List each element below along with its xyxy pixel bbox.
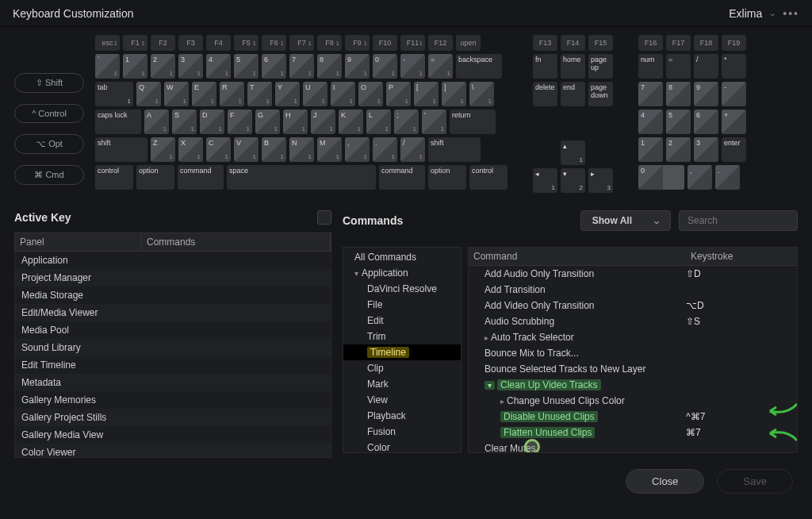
tree-node[interactable]: Mark xyxy=(343,376,461,392)
key[interactable]: tab1 xyxy=(95,82,133,106)
key[interactable]: option xyxy=(136,165,174,190)
key[interactable]: caps lock xyxy=(95,110,141,134)
key[interactable]: ▸3 xyxy=(588,168,613,193)
command-row[interactable]: Bounce Mix to Track... xyxy=(469,345,797,361)
key[interactable]: 2 xyxy=(666,137,691,162)
key[interactable]: / xyxy=(694,54,718,79)
tree-node[interactable]: Color xyxy=(343,440,461,453)
key[interactable]: home xyxy=(561,54,585,79)
key[interactable]: 4 xyxy=(638,110,663,134)
key[interactable]: F13 xyxy=(533,35,557,51)
key[interactable]: return xyxy=(450,110,496,134)
key[interactable]: 11 xyxy=(123,54,147,79)
key[interactable]: W1 xyxy=(164,82,189,106)
key[interactable]: Z1 xyxy=(151,137,175,162)
key[interactable]: 81 xyxy=(317,54,342,79)
key[interactable]: 91 xyxy=(345,54,370,79)
key[interactable]: ◂1 xyxy=(533,168,557,193)
key[interactable]: `1 xyxy=(95,54,120,79)
key[interactable]: , xyxy=(688,165,712,190)
chevron-down-icon[interactable]: ⌵ xyxy=(770,9,775,17)
key[interactable]: T1 xyxy=(247,82,272,106)
tree-node[interactable]: File xyxy=(343,297,461,313)
key[interactable]: F19 xyxy=(722,35,746,51)
key[interactable]: 21 xyxy=(151,54,175,79)
key[interactable]: fn xyxy=(533,54,557,79)
tree-node[interactable]: Edit xyxy=(343,313,461,329)
key[interactable]: F18 xyxy=(694,35,718,51)
key[interactable]: =1 xyxy=(428,54,453,79)
key[interactable]: M1 xyxy=(317,137,342,162)
key[interactable]: F2 xyxy=(151,35,175,51)
panel-row[interactable]: Gallery Media View xyxy=(15,426,331,444)
key[interactable]: 61 xyxy=(262,54,286,79)
panel-row[interactable]: Media Pool xyxy=(15,321,331,339)
key[interactable]: [1 xyxy=(414,82,439,106)
key[interactable]: 71 xyxy=(289,54,314,79)
key[interactable]: X1 xyxy=(178,137,203,162)
key[interactable]: F15 xyxy=(588,35,613,51)
key[interactable]: F81 xyxy=(317,35,342,51)
key[interactable]: O1 xyxy=(358,82,383,106)
command-row[interactable]: Add Video Only Transition⌥D xyxy=(469,298,797,313)
key[interactable]: R1 xyxy=(220,82,244,106)
key[interactable]: num xyxy=(638,54,663,79)
key[interactable]: delete xyxy=(533,82,557,106)
tree-node[interactable]: View xyxy=(343,392,461,408)
key[interactable]: V1 xyxy=(234,137,259,162)
search-input[interactable] xyxy=(679,210,798,231)
key[interactable]: P1 xyxy=(386,82,411,106)
key[interactable]: control xyxy=(469,165,508,190)
key[interactable]: ▴1 xyxy=(561,140,585,165)
key[interactable]: N1 xyxy=(289,137,314,162)
key[interactable]: F71 xyxy=(289,35,314,51)
key[interactable]: command xyxy=(379,165,425,190)
tree-node[interactable]: Timeline xyxy=(343,344,461,360)
key[interactable]: F1 xyxy=(228,110,252,134)
key[interactable]: \1 xyxy=(469,82,494,106)
tree-node[interactable]: Playback xyxy=(343,408,461,424)
key[interactable]: ,1 xyxy=(345,137,370,162)
key[interactable]: ▾2 xyxy=(561,168,585,193)
key[interactable]: 41 xyxy=(206,54,231,79)
modifier-button[interactable]: ⇧ Shift xyxy=(14,73,84,93)
key[interactable]: 3 xyxy=(694,137,718,162)
key[interactable]: J1 xyxy=(311,110,335,134)
key[interactable]: I1 xyxy=(331,82,355,106)
key[interactable]: S1 xyxy=(172,110,197,134)
tree-node[interactable]: Trim xyxy=(343,329,461,344)
key[interactable]: U1 xyxy=(303,82,327,106)
key[interactable]: F91 xyxy=(345,35,370,51)
key[interactable]: A1 xyxy=(144,110,169,134)
preset-dropdown[interactable]: Exlima xyxy=(729,7,762,20)
key[interactable]: control xyxy=(95,165,133,190)
command-row[interactable]: Clear Mutes xyxy=(469,440,797,453)
key[interactable]: command xyxy=(178,165,224,190)
key[interactable]: -1 xyxy=(400,54,425,79)
key[interactable]: 8 xyxy=(666,82,691,106)
key[interactable]: = xyxy=(666,54,691,79)
panel-row[interactable]: Gallery Project Stills xyxy=(15,409,331,426)
command-row[interactable]: Add Audio Only Transition⇧D xyxy=(469,266,797,282)
key[interactable]: Y1 xyxy=(275,82,300,106)
key[interactable]: Q1 xyxy=(136,82,161,106)
command-row[interactable]: ▾Clean Up Video Tracks xyxy=(469,377,797,393)
key[interactable]: backspace xyxy=(456,54,502,79)
command-row[interactable]: ▸Auto Track Selector xyxy=(469,329,797,345)
key[interactable]: option xyxy=(428,165,466,190)
command-row[interactable]: Disable Unused Clips^⌘7 xyxy=(469,409,797,425)
showall-dropdown[interactable]: Show All⌵ xyxy=(580,210,671,231)
key[interactable]: F51 xyxy=(234,35,259,51)
panel-row[interactable]: Project Manager xyxy=(15,269,331,286)
key[interactable]: F16 xyxy=(638,35,663,51)
key[interactable]: G1 xyxy=(255,110,280,134)
panel-row[interactable]: Metadata xyxy=(15,374,331,391)
tree-node[interactable]: ▾Application xyxy=(343,265,461,281)
key[interactable]: enter xyxy=(722,137,746,162)
key[interactable]: /1 xyxy=(400,137,425,162)
key[interactable]: 01 xyxy=(373,54,397,79)
command-row[interactable]: Audio Scrubbing⇧S xyxy=(469,313,797,329)
key[interactable]: open xyxy=(456,35,481,51)
key[interactable]: F4 xyxy=(206,35,231,51)
active-key-checkbox[interactable] xyxy=(317,210,331,225)
